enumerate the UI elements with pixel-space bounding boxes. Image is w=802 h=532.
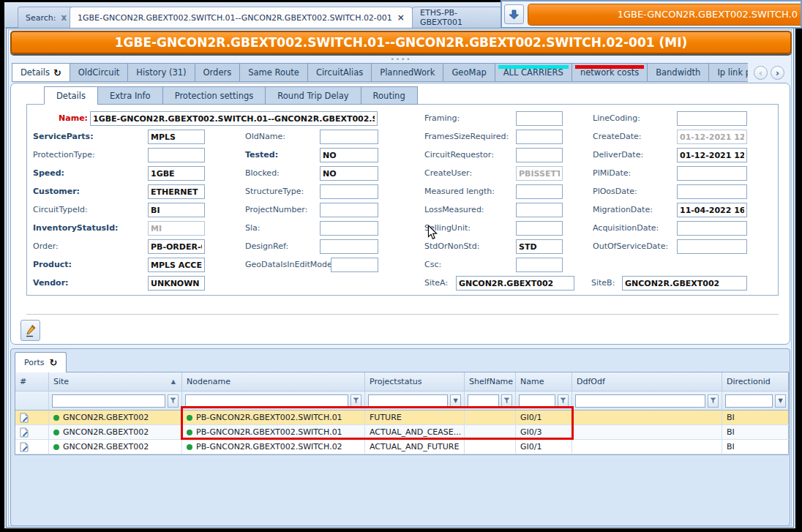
tab-same-route[interactable]: Same Route bbox=[239, 63, 307, 82]
field-input-framessizerequired[interactable] bbox=[516, 130, 563, 144]
tab-geomap[interactable]: GeoMap bbox=[443, 63, 494, 82]
field-input-sellingunit[interactable] bbox=[516, 221, 563, 236]
tab-orders[interactable]: Orders bbox=[195, 63, 240, 82]
eths-doc-tab[interactable]: ETHS-PB-GBEXT001 bbox=[412, 7, 507, 28]
directionid-filter-input[interactable] bbox=[725, 394, 773, 408]
row-edit-cell[interactable] bbox=[15, 425, 49, 440]
field-input-vendor[interactable] bbox=[148, 276, 205, 291]
field-input-circuitrequestor[interactable] bbox=[516, 148, 563, 162]
splitter-handle[interactable]: •••• bbox=[381, 56, 421, 63]
ddfodf-filter-input[interactable] bbox=[575, 394, 705, 408]
subtab-routing[interactable]: Routing bbox=[361, 86, 418, 105]
circuit-doc-tab[interactable]: 1GBE-GNCON2R.GBEXT002.SWITCH.01--GNCON2R… bbox=[70, 7, 413, 28]
refresh-icon[interactable]: ↻ bbox=[53, 67, 61, 78]
col-header-nodename[interactable]: Nodename bbox=[182, 372, 365, 391]
nodename-filter-funnel-icon[interactable] bbox=[351, 394, 361, 408]
table-row[interactable]: GNCON2R.GBEXT002 PB-GNCON2R.GBEXT002.SWI… bbox=[15, 411, 788, 425]
col-header-name[interactable]: Name bbox=[516, 372, 572, 391]
projectstatus-filter-dropdown-icon[interactable]: ▼ bbox=[450, 394, 461, 408]
field-input-sitea[interactable] bbox=[456, 276, 574, 291]
tab-plannedwork-label: PlannedWork bbox=[380, 67, 435, 78]
col-header-shelfname[interactable]: ShelfName bbox=[465, 372, 516, 391]
col-header-index[interactable]: # bbox=[15, 372, 49, 391]
field-input-product[interactable] bbox=[148, 258, 205, 272]
tab-history[interactable]: History (31) bbox=[127, 63, 194, 82]
directionid-filter-dropdown-icon[interactable]: ▼ bbox=[775, 394, 786, 408]
tab-oldcircuit[interactable]: OldCircuit bbox=[70, 63, 128, 82]
field-input-acquisitiondate[interactable] bbox=[677, 221, 747, 236]
field-input-createuser[interactable] bbox=[516, 166, 563, 181]
field-input-speed[interactable] bbox=[148, 166, 205, 181]
edit-row-icon[interactable] bbox=[20, 442, 29, 452]
tab-details[interactable]: Details ↻ bbox=[12, 63, 70, 82]
name-filter-funnel-icon[interactable] bbox=[558, 394, 569, 408]
col-header-site[interactable]: Site ▲ bbox=[49, 372, 182, 391]
subtab-extra-info[interactable]: Extra Info bbox=[97, 86, 162, 105]
field-input-sla[interactable] bbox=[320, 221, 378, 236]
field-input-structuretype[interactable] bbox=[320, 184, 378, 199]
circuit-doc-tab-close-icon[interactable]: × bbox=[397, 12, 405, 23]
field-input-tested[interactable] bbox=[320, 148, 378, 162]
tab-ip-link-parameters[interactable]: Ip link parameters bbox=[708, 63, 748, 82]
field-input-siteb[interactable] bbox=[622, 276, 747, 291]
field-input-csc[interactable] bbox=[516, 258, 563, 272]
field-input-name[interactable] bbox=[90, 111, 378, 126]
field-input-framing[interactable] bbox=[516, 111, 563, 126]
field-input-stdornonstd[interactable] bbox=[516, 239, 563, 254]
ports-refresh-icon[interactable]: ↻ bbox=[50, 357, 58, 368]
nodename-filter-input[interactable] bbox=[185, 394, 348, 408]
site-filter-input[interactable] bbox=[52, 394, 165, 408]
scroll-right-button[interactable]: › bbox=[771, 66, 784, 80]
ddfodf-filter-funnel-icon[interactable] bbox=[708, 394, 719, 408]
col-header-ddfodf[interactable]: DdfOdf bbox=[572, 372, 722, 391]
dock-button[interactable] bbox=[504, 4, 524, 24]
field-input-serviceparts[interactable] bbox=[148, 130, 205, 144]
tab-plannedwork[interactable]: PlannedWork bbox=[371, 63, 443, 82]
field-input-measured-length[interactable] bbox=[516, 184, 563, 199]
col-header-directionid[interactable]: Directionid bbox=[722, 372, 790, 391]
field-input-blocked[interactable] bbox=[320, 166, 378, 181]
edit-row-icon[interactable] bbox=[20, 413, 29, 423]
row-edit-cell[interactable] bbox=[15, 411, 49, 425]
subtab-details[interactable]: Details bbox=[44, 86, 97, 105]
tab-circuitalias[interactable]: CircuitAlias bbox=[307, 63, 371, 82]
field-input-inventorystatusid[interactable] bbox=[148, 221, 205, 236]
site-filter-funnel-icon[interactable] bbox=[168, 394, 179, 408]
tab-all-carriers[interactable]: ALL CARRIERS bbox=[495, 63, 571, 82]
field-input-customer[interactable] bbox=[148, 184, 205, 199]
table-row[interactable]: GNCON2R.GBEXT002 PB-GNCON2R.GBEXT002.SWI… bbox=[15, 425, 788, 440]
ports-tab[interactable]: Ports ↻ bbox=[15, 352, 67, 372]
scroll-left-button[interactable]: ‹ bbox=[754, 66, 768, 80]
subtab-protection-settings[interactable]: Protection settings bbox=[162, 86, 266, 105]
col-header-projectstatus[interactable]: Projectstatus bbox=[365, 372, 465, 391]
field-input-lossmeasured[interactable] bbox=[516, 203, 563, 217]
field-input-projectnumber[interactable] bbox=[320, 203, 378, 217]
shelfname-filter-funnel-icon[interactable] bbox=[501, 394, 512, 408]
name-filter-input[interactable] bbox=[519, 394, 555, 408]
tab-network-costs[interactable]: network costs bbox=[571, 63, 647, 82]
row-edit-cell[interactable] bbox=[15, 440, 49, 454]
field-input-designref[interactable] bbox=[320, 239, 378, 254]
field-input-oldname[interactable] bbox=[320, 130, 378, 144]
edit-row-icon[interactable] bbox=[20, 427, 29, 438]
shelfname-filter-input[interactable] bbox=[468, 394, 499, 408]
status-dot-icon bbox=[187, 444, 192, 450]
field-input-deliverdate[interactable] bbox=[677, 148, 747, 162]
field-input-ploosdate[interactable] bbox=[677, 184, 747, 199]
subtab-round-trip-delay[interactable]: Round Trip Delay bbox=[265, 86, 360, 105]
field-input-migrationdate[interactable] bbox=[677, 203, 747, 217]
edit-circuit-button[interactable] bbox=[20, 320, 40, 341]
field-input-linecoding[interactable] bbox=[677, 111, 747, 126]
projectstatus-filter-input[interactable] bbox=[368, 394, 448, 408]
field-input-plmidate[interactable] bbox=[677, 166, 747, 181]
tab-bandwidth[interactable]: Bandwidth bbox=[647, 63, 708, 82]
field-input-geodataisineditmode[interactable] bbox=[331, 258, 378, 272]
table-row[interactable]: GNCON2R.GBEXT002 PB-GNCON2R.GBEXT002.SWI… bbox=[15, 440, 788, 454]
field-input-protectiontype[interactable] bbox=[148, 148, 205, 162]
search-tab-close-icon[interactable]: x bbox=[61, 12, 67, 23]
field-input-order[interactable] bbox=[148, 239, 205, 254]
search-tab[interactable]: Search: x bbox=[18, 7, 75, 28]
field-input-createdate[interactable] bbox=[677, 130, 747, 144]
field-input-outofservicedate[interactable] bbox=[677, 239, 747, 254]
field-input-circuittypeid[interactable] bbox=[148, 203, 205, 217]
